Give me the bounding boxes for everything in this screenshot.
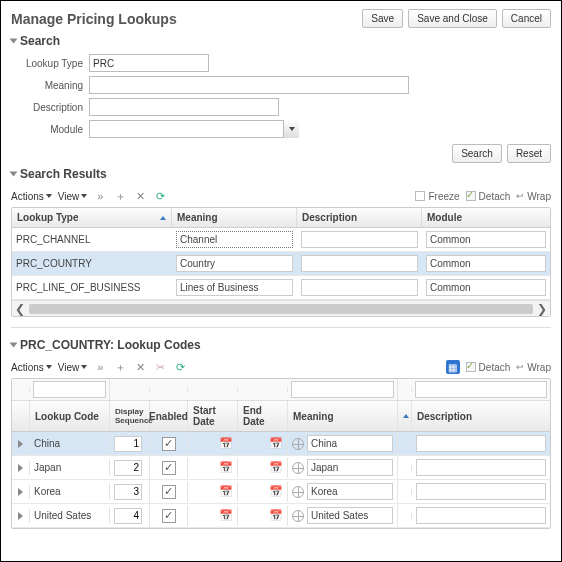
- expand-row-icon[interactable]: [18, 488, 23, 496]
- codes-detach-toggle[interactable]: Detach: [466, 362, 511, 373]
- col-lookup-code[interactable]: Lookup Code: [30, 401, 110, 431]
- cell-meaning-input[interactable]: [307, 483, 393, 500]
- codes-row[interactable]: China📅📅: [12, 432, 550, 456]
- cell-desc-input[interactable]: [416, 459, 546, 476]
- cell-meaning-input[interactable]: [176, 231, 293, 248]
- globe-icon: [292, 438, 304, 450]
- col-end-date[interactable]: End Date: [238, 401, 288, 431]
- cell-desc-input[interactable]: [416, 435, 546, 452]
- refresh-icon[interactable]: ⟳: [173, 360, 187, 374]
- col-module[interactable]: Module: [422, 208, 550, 227]
- scroll-track[interactable]: [29, 304, 533, 314]
- scroll-left-icon[interactable]: ❮: [12, 301, 28, 317]
- cell-meaning-input[interactable]: [176, 279, 293, 296]
- cell-module-input[interactable]: [426, 255, 546, 272]
- module-select[interactable]: [89, 120, 299, 138]
- freeze-toggle[interactable]: Freeze: [415, 191, 459, 202]
- cell-module-input[interactable]: [426, 231, 546, 248]
- filter-description[interactable]: [415, 381, 547, 398]
- expand-icon[interactable]: »: [93, 360, 107, 374]
- codes-row[interactable]: United Sates📅📅: [12, 504, 550, 528]
- expand-row-icon[interactable]: [18, 512, 23, 520]
- codes-row[interactable]: Korea📅📅: [12, 480, 550, 504]
- cell-meaning-input[interactable]: [307, 507, 393, 524]
- date-picker-icon[interactable]: 📅: [219, 437, 233, 451]
- codes-grid: Lookup Code Display Sequence Enabled Sta…: [11, 378, 551, 529]
- date-picker-icon[interactable]: 📅: [269, 509, 283, 523]
- cancel-button[interactable]: Cancel: [502, 9, 551, 28]
- wrap-toggle[interactable]: ↩Wrap: [516, 191, 551, 202]
- save-button[interactable]: Save: [362, 9, 403, 28]
- cell-seq-input[interactable]: [114, 436, 142, 452]
- results-row[interactable]: PRC_LINE_OF_BUSINESS: [12, 276, 550, 300]
- col-meaning[interactable]: Meaning: [288, 401, 398, 431]
- date-picker-icon[interactable]: 📅: [219, 485, 233, 499]
- add-icon[interactable]: ＋: [113, 189, 127, 203]
- expand-icon[interactable]: »: [93, 189, 107, 203]
- reset-button[interactable]: Reset: [507, 144, 551, 163]
- description-input[interactable]: [89, 98, 279, 116]
- save-close-button[interactable]: Save and Close: [408, 9, 497, 28]
- expand-row-icon[interactable]: [18, 440, 23, 448]
- cell-desc-input[interactable]: [416, 483, 546, 500]
- cell-seq-input[interactable]: [114, 508, 142, 524]
- cell-seq-input[interactable]: [114, 460, 142, 476]
- lookup-type-label: Lookup Type: [11, 58, 83, 69]
- codes-actions-menu[interactable]: Actions: [11, 362, 52, 373]
- cell-description-input[interactable]: [301, 231, 418, 248]
- col-display-seq[interactable]: Display Sequence: [110, 401, 150, 431]
- cell-lookup-code: United Sates: [30, 507, 110, 524]
- delete-icon[interactable]: ✕: [133, 189, 147, 203]
- horizontal-scrollbar[interactable]: ❮ ❯: [12, 300, 550, 316]
- col-lookup-type[interactable]: Lookup Type: [12, 208, 172, 227]
- view-menu[interactable]: View: [58, 191, 88, 202]
- date-picker-icon[interactable]: 📅: [219, 509, 233, 523]
- search-section-header[interactable]: Search: [11, 34, 551, 48]
- expand-row-icon[interactable]: [18, 464, 23, 472]
- cell-enabled-checkbox[interactable]: [162, 461, 176, 475]
- date-picker-icon[interactable]: 📅: [269, 485, 283, 499]
- cell-enabled-checkbox[interactable]: [162, 485, 176, 499]
- cell-seq-input[interactable]: [114, 484, 142, 500]
- col-description[interactable]: Description: [412, 401, 550, 431]
- cell-description-input[interactable]: [301, 279, 418, 296]
- cell-desc-input[interactable]: [416, 507, 546, 524]
- filter-meaning[interactable]: [291, 381, 394, 398]
- cell-meaning-input[interactable]: [307, 435, 393, 452]
- results-row[interactable]: PRC_COUNTRY: [12, 252, 550, 276]
- cell-enabled-checkbox[interactable]: [162, 437, 176, 451]
- cell-meaning-input[interactable]: [176, 255, 293, 272]
- date-picker-icon[interactable]: 📅: [219, 461, 233, 475]
- col-description[interactable]: Description: [297, 208, 422, 227]
- refresh-icon[interactable]: ⟳: [153, 189, 167, 203]
- date-picker-icon[interactable]: 📅: [269, 437, 283, 451]
- cell-module-input[interactable]: [426, 279, 546, 296]
- cell-description-input[interactable]: [301, 255, 418, 272]
- meaning-input[interactable]: [89, 76, 409, 94]
- col-start-date[interactable]: Start Date: [188, 401, 238, 431]
- codes-section-header[interactable]: PRC_COUNTRY: Lookup Codes: [11, 338, 551, 352]
- chevron-down-icon[interactable]: [283, 120, 299, 138]
- delete-icon[interactable]: ✕: [133, 360, 147, 374]
- scroll-right-icon[interactable]: ❯: [534, 301, 550, 317]
- clear-icon[interactable]: ✂: [153, 360, 167, 374]
- add-icon[interactable]: ＋: [113, 360, 127, 374]
- filter-lookup-code[interactable]: [33, 381, 106, 398]
- col-sort[interactable]: [398, 401, 412, 431]
- col-meaning[interactable]: Meaning: [172, 208, 297, 227]
- codes-row[interactable]: Japan📅📅: [12, 456, 550, 480]
- codes-wrap-toggle[interactable]: ↩Wrap: [516, 362, 551, 373]
- codes-view-menu[interactable]: View: [58, 362, 88, 373]
- cell-enabled-checkbox[interactable]: [162, 509, 176, 523]
- results-section-header[interactable]: Search Results: [11, 167, 551, 181]
- col-enabled[interactable]: Enabled: [150, 401, 188, 431]
- lookup-type-input[interactable]: [89, 54, 209, 72]
- detach-toggle[interactable]: Detach: [466, 191, 511, 202]
- cell-meaning-input[interactable]: [307, 459, 393, 476]
- date-picker-icon[interactable]: 📅: [269, 461, 283, 475]
- actions-menu[interactable]: Actions: [11, 191, 52, 202]
- results-row[interactable]: PRC_CHANNEL: [12, 228, 550, 252]
- search-button[interactable]: Search: [452, 144, 502, 163]
- results-title: Search Results: [20, 167, 107, 181]
- export-icon[interactable]: ▦: [446, 360, 460, 374]
